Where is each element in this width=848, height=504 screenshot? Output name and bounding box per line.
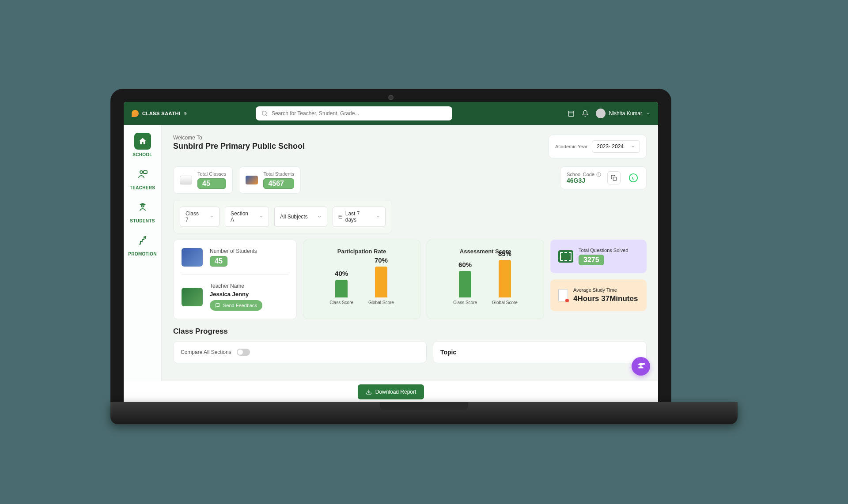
bell-icon[interactable] <box>582 110 589 117</box>
bar-global-rect <box>375 267 387 297</box>
sidebar-item-label: PROMOTION <box>128 252 156 256</box>
svg-rect-12 <box>339 215 342 218</box>
total-classes-value: 45 <box>197 178 226 189</box>
svg-rect-10 <box>613 177 617 181</box>
clipboard-clock-icon <box>558 289 568 301</box>
bar-class-rect <box>335 280 348 297</box>
topic-label: Topic <box>440 349 639 356</box>
laptop-frame: CLASS SAATHI® Nishita Kumar <box>110 89 671 402</box>
sidebar: SCHOOL TEACHERS STUDENTS PROMOTION <box>124 125 162 402</box>
download-bar: Download Report <box>124 381 658 402</box>
class-select[interactable]: Class 7 <box>180 207 220 227</box>
study-time-card: Average Study Time 4Hours 37Minutes <box>550 279 647 311</box>
total-classes-label: Total Classes <box>197 171 226 177</box>
students-icon <box>137 202 148 213</box>
download-report-button[interactable]: Download Report <box>358 384 424 399</box>
send-feedback-button[interactable]: Send Feedback <box>210 300 262 311</box>
help-fab[interactable] <box>632 357 650 376</box>
svg-rect-14 <box>643 363 645 365</box>
academic-year-label: Academic Year <box>555 144 587 149</box>
class-progress-title: Class Progress <box>173 327 647 336</box>
academic-year-card: Academic Year 2023- 2024 <box>549 135 647 158</box>
compare-toggle[interactable] <box>237 349 250 356</box>
class-info-card: Number of Students 45 Teacher Name Jessi… <box>173 240 297 319</box>
student-chat-icon <box>636 361 646 371</box>
bar-global: 85% Global Score <box>492 250 518 305</box>
chat-icon <box>215 303 220 308</box>
bar-class: 40% Class Score <box>329 270 353 305</box>
study-time-label: Average Study Time <box>573 287 638 293</box>
divider <box>182 275 288 275</box>
header-row: Welcome To Sunbird Pre Primary Public Sc… <box>173 135 647 158</box>
brand-text: CLASS SAATHI <box>142 111 180 116</box>
chevron-down-icon <box>631 144 635 149</box>
questions-value: 3275 <box>579 255 604 265</box>
school-name: Sunbird Pre Primary Public School <box>173 142 305 151</box>
participation-title: Participation Rate <box>337 248 386 255</box>
teachers-icon <box>137 169 148 180</box>
num-students-label: Number of Students <box>210 248 257 254</box>
sidebar-item-school[interactable]: SCHOOL <box>124 133 161 157</box>
board-icon <box>558 250 573 263</box>
sidebar-item-label: SCHOOL <box>132 152 152 157</box>
participation-card: Participation Rate 40% Class Score 70% G… <box>303 240 420 319</box>
download-icon <box>366 389 372 395</box>
search-box[interactable] <box>256 106 452 120</box>
home-icon <box>138 137 147 146</box>
school-code-label: School Code <box>567 172 594 177</box>
academic-year-value: 2023- 2024 <box>597 143 624 150</box>
chevron-down-icon <box>317 214 322 219</box>
copy-button[interactable] <box>607 171 621 184</box>
stat-cards-row: Total Classes 45 Total Students 4567 <box>173 166 647 194</box>
user-name: Nishita Kumar <box>609 110 642 117</box>
chevron-down-icon <box>646 111 650 116</box>
teacher-name: Jessica Jenny <box>210 291 262 297</box>
search-input[interactable] <box>272 110 447 117</box>
laptop-camera <box>388 95 394 100</box>
subject-select[interactable]: All Subjects <box>274 207 327 227</box>
main-content: Welcome To Sunbird Pre Primary Public Sc… <box>162 125 658 402</box>
sidebar-item-label: STUDENTS <box>130 218 155 223</box>
section-select[interactable]: Section A <box>225 207 269 227</box>
bar-class: 60% Class Score <box>453 261 477 305</box>
academic-year-select[interactable]: 2023- 2024 <box>592 140 640 153</box>
total-classes-card: Total Classes 45 <box>173 166 233 194</box>
svg-rect-2 <box>568 111 574 117</box>
body: SCHOOL TEACHERS STUDENTS PROMOTION <box>124 125 658 402</box>
compare-label: Compare All Sections <box>181 349 231 355</box>
total-students-value: 4567 <box>263 178 294 189</box>
laptop-notch <box>380 402 468 410</box>
range-select[interactable]: Last 7 days <box>333 207 386 227</box>
welcome-text: Welcome To <box>173 135 305 141</box>
questions-solved-card: Total Questions Solved 3275 <box>550 240 647 273</box>
promotion-icon <box>137 235 148 246</box>
books-icon <box>182 248 203 267</box>
whatsapp-button[interactable] <box>627 171 640 184</box>
laptop-base <box>110 402 738 424</box>
sidebar-item-promotion[interactable]: PROMOTION <box>124 232 161 256</box>
assessment-card: Assessment Score 60% Class Score 85% Glo… <box>427 240 544 319</box>
total-students-label: Total Students <box>263 171 294 177</box>
calendar-icon[interactable] <box>568 110 575 117</box>
logo-icon <box>132 110 139 117</box>
chevron-down-icon <box>376 214 380 219</box>
study-time-value: 4Hours 37Minutes <box>573 294 638 303</box>
topic-card: Topic <box>433 341 647 363</box>
bar-class-rect <box>459 271 471 297</box>
search-icon <box>261 110 268 117</box>
blackboard-icon <box>182 288 203 306</box>
sidebar-item-students[interactable]: STUDENTS <box>124 199 161 223</box>
sidebar-item-teachers[interactable]: TEACHERS <box>124 166 161 190</box>
svg-point-0 <box>262 111 266 115</box>
info-icon[interactable] <box>596 172 601 177</box>
user-menu[interactable]: Nishita Kumar <box>596 109 650 118</box>
school-code-value: 46G3J <box>567 177 601 184</box>
teacher-label: Teacher Name <box>210 283 262 289</box>
whatsapp-icon <box>628 173 638 183</box>
brand-logo[interactable]: CLASS SAATHI® <box>132 110 187 117</box>
svg-line-1 <box>266 115 267 116</box>
svg-point-11 <box>629 174 637 182</box>
copy-icon <box>611 175 617 181</box>
bar-global: 70% Global Score <box>368 256 394 305</box>
questions-label: Total Questions Solved <box>579 248 628 253</box>
